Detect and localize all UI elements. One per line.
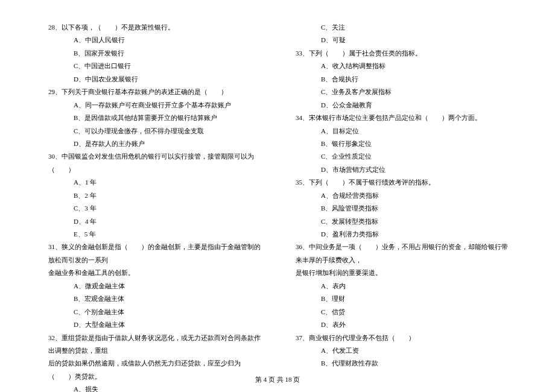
q34-stem: 34、宋体银行市场定位主要包括产品定位和（ ）两个方面。 xyxy=(296,112,513,124)
q34-option-b: B、银行形象定位 xyxy=(296,138,513,150)
q31-option-b: B、宏观金融主体 xyxy=(48,292,265,305)
q35-option-b: B、风险管理类指标 xyxy=(296,202,513,215)
q28-option-d: D、中国农业发展银行 xyxy=(48,73,265,86)
q28-stem: 28、以下各项，（ ）不是政策性银行。 xyxy=(48,21,265,34)
q28-option-a: A、中国人民银行 xyxy=(48,34,265,46)
q30-stem: 30、中国银监会对发生信用危机的银行可以实行接管，接管期限可以为（ ） xyxy=(48,150,265,176)
question-36: 36、中间业务是一项（ ）业务，不用占用银行的资金，却能给银行带来丰厚的手续费收… xyxy=(296,241,513,331)
q32-option-c: C、关注 xyxy=(296,21,513,34)
q36-stem-line1: 36、中间业务是一项（ ）业务，不用占用银行的资金，却能给银行带来丰厚的手续费收… xyxy=(296,241,513,267)
q31-option-a: A、微观金融主体 xyxy=(48,280,265,292)
q36-option-d: D、表外 xyxy=(296,318,513,331)
q33-option-d: D、公众金融教育 xyxy=(296,99,513,112)
q28-option-b: B、国家开发银行 xyxy=(48,47,265,60)
q33-option-c: C、业务及客户发展指标 xyxy=(296,86,513,98)
q31-stem-line2: 金融业务和金融工具的创新。 xyxy=(48,267,265,279)
q36-option-a: A、表内 xyxy=(296,280,513,292)
left-column: 28、以下各项，（ ）不是政策性银行。 A、中国人民银行 B、国家开发银行 C、… xyxy=(48,21,265,392)
q34-option-d: D、市场营销方式定位 xyxy=(296,163,513,176)
q33-option-a: A、收入结构调整指标 xyxy=(296,60,513,72)
q37-stem: 37、商业银行的代理业务不包括（ ） xyxy=(296,332,513,344)
q35-stem: 35、下列（ ）不属于银行绩效考评的指标。 xyxy=(296,176,513,189)
q36-option-b: B、理财 xyxy=(296,292,513,305)
q37-option-b: B、代理财政性存款 xyxy=(296,357,513,370)
question-37: 37、商业银行的代理业务不包括（ ） A、代发工资 B、代理财政性存款 xyxy=(296,332,513,370)
q30-option-c: C、3 年 xyxy=(48,202,265,215)
question-34: 34、宋体银行市场定位主要包括产品定位和（ ）两个方面。 A、目标定位 B、银行… xyxy=(296,112,513,176)
q29-option-b: B、是因借款或其他结算需要开立的银行结算账户 xyxy=(48,112,265,124)
q34-option-c: C、企业性质定位 xyxy=(296,150,513,163)
q34-option-a: A、目标定位 xyxy=(296,125,513,138)
q35-option-d: D、盈利潜力类指标 xyxy=(296,228,513,241)
question-32-continued: C、关注 D、可疑 xyxy=(296,21,513,47)
q35-option-a: A、合规经营类指标 xyxy=(296,189,513,202)
q29-option-d: D、是存款人的主办账户 xyxy=(48,138,265,150)
question-30: 30、中国银监会对发生信用危机的银行可以实行接管，接管期限可以为（ ） A、1 … xyxy=(48,150,265,241)
question-31: 31、狭义的金融创新是指（ ）的金融创新，主要是指由于金融管制的放松而引发的一系… xyxy=(48,241,265,331)
q30-option-a: A、1 年 xyxy=(48,176,265,189)
q30-option-d: D、4 年 xyxy=(48,215,265,228)
q29-stem: 29、下列关于商业银行基本存款账户的表述正确的是（ ） xyxy=(48,86,265,98)
page-footer: 第 4 页 共 18 页 xyxy=(0,373,555,386)
question-29: 29、下列关于商业银行基本存款账户的表述正确的是（ ） A、同一存款账户可在商业… xyxy=(48,86,265,150)
question-33: 33、下列（ ）属于社会责任类的指标。 A、收入结构调整指标 B、合规执行 C、… xyxy=(296,47,513,112)
q35-option-c: C、发展转型类指标 xyxy=(296,215,513,228)
q31-stem-line1: 31、狭义的金融创新是指（ ）的金融创新，主要是指由于金融管制的放松而引发的一系… xyxy=(48,241,265,267)
q33-option-b: B、合规执行 xyxy=(296,73,513,86)
q31-option-d: D、大型金融主体 xyxy=(48,318,265,331)
q33-stem: 33、下列（ ）属于社会责任类的指标。 xyxy=(296,47,513,60)
q29-option-c: C、可以办理现金缴存，但不得办理现金支取 xyxy=(48,125,265,138)
q32-option-d: D、可疑 xyxy=(296,34,513,46)
q30-option-b: B、2 年 xyxy=(48,189,265,202)
q36-stem-line2: 是银行增加利润的重要渠道。 xyxy=(296,267,513,279)
q32-stem-line1: 32、重组贷款是指由于借款人财务状况恶化，或无力还款而对合同条款作出调整的贷款，… xyxy=(48,332,265,358)
q37-option-a: A、代发工资 xyxy=(296,344,513,357)
two-column-layout: 28、以下各项，（ ）不是政策性银行。 A、中国人民银行 B、国家开发银行 C、… xyxy=(48,21,513,392)
right-column: C、关注 D、可疑 33、下列（ ）属于社会责任类的指标。 A、收入结构调整指标… xyxy=(296,21,513,392)
question-28: 28、以下各项，（ ）不是政策性银行。 A、中国人民银行 B、国家开发银行 C、… xyxy=(48,21,265,86)
question-35: 35、下列（ ）不属于银行绩效考评的指标。 A、合规经营类指标 B、风险管理类指… xyxy=(296,176,513,241)
q28-option-c: C、中国进出口银行 xyxy=(48,60,265,72)
q36-option-c: C、信贷 xyxy=(296,306,513,318)
q31-option-c: C、个别金融主体 xyxy=(48,306,265,318)
q30-option-e: E、5 年 xyxy=(48,228,265,241)
q29-option-a: A、同一存款账户可在商业银行开立多个基本存款账户 xyxy=(48,99,265,112)
